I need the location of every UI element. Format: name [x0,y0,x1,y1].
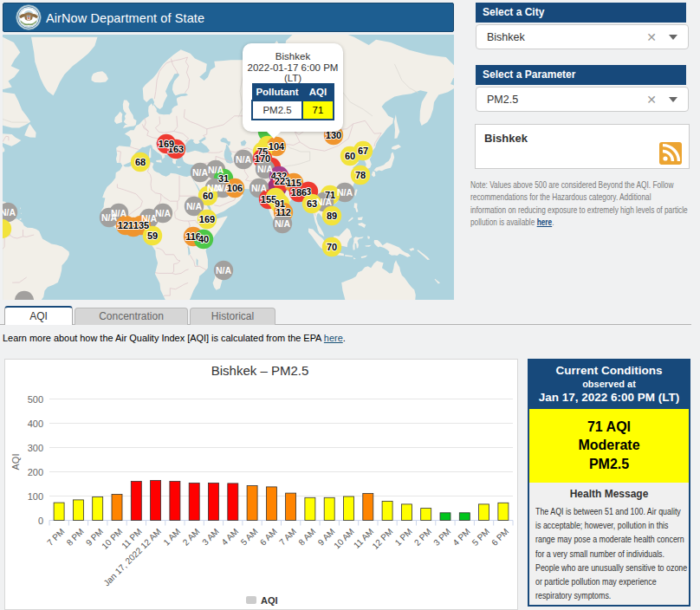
svg-text:2 AM: 2 AM [181,527,202,548]
svg-text:100: 100 [28,491,43,502]
svg-text:60: 60 [345,151,355,161]
svg-text:N/A: N/A [3,207,16,217]
svg-text:121: 121 [118,220,133,230]
svg-text:7 PM: 7 PM [45,527,66,548]
svg-text:1 AM: 1 AM [161,527,182,548]
svg-text:104: 104 [269,141,285,152]
svg-text:200: 200 [28,467,43,477]
svg-text:170: 170 [255,153,270,164]
svg-text:1 PM: 1 PM [393,527,414,548]
svg-text:63: 63 [307,198,317,209]
svg-text:N/A: N/A [337,187,353,198]
svg-text:N/A: N/A [251,183,268,193]
svg-text:7 AM: 7 AM [277,527,298,548]
svg-text:78: 78 [355,170,366,180]
svg-text:169: 169 [159,139,174,149]
svg-text:4 AM: 4 AM [219,527,240,548]
svg-text:N/A: N/A [216,265,232,276]
svg-text:3 PM: 3 PM [431,527,452,548]
svg-text:300: 300 [28,443,43,453]
svg-text:70: 70 [327,242,337,252]
svg-text:500: 500 [28,394,43,405]
svg-text:N/A: N/A [316,197,333,207]
svg-text:12 PM: 12 PM [370,527,394,551]
svg-text:40: 40 [198,234,209,244]
svg-text:68: 68 [135,157,146,167]
svg-text:Bishkek – PM2.5: Bishkek – PM2.5 [211,363,309,378]
svg-text:6 AM: 6 AM [258,527,279,548]
svg-text:5 AM: 5 AM [239,527,260,548]
svg-text:400: 400 [28,419,43,429]
svg-text:112: 112 [275,207,291,217]
svg-text:4 PM: 4 PM [450,527,471,548]
svg-text:8 PM: 8 PM [65,527,86,548]
svg-text:N/A: N/A [186,201,203,211]
svg-text:169: 169 [199,214,215,224]
svg-text:N/A: N/A [101,212,118,223]
svg-text:5 PM: 5 PM [470,527,491,548]
svg-text:10 AM: 10 AM [332,527,356,551]
svg-text:0: 0 [38,516,43,526]
svg-text:3 AM: 3 AM [200,527,221,548]
svg-text:59: 59 [147,230,158,241]
svg-text:8 AM: 8 AM [296,527,317,548]
svg-text:N/A: N/A [275,218,291,229]
svg-text:N/A: N/A [192,167,209,178]
svg-text:135: 135 [133,220,149,230]
svg-text:AQI: AQI [10,454,21,470]
svg-text:89: 89 [327,211,337,221]
svg-text:60: 60 [203,191,213,201]
svg-text:6 PM: 6 PM [489,527,510,548]
svg-text:186: 186 [291,187,307,198]
svg-text:106: 106 [227,183,243,193]
svg-text:N/A: N/A [236,154,252,165]
svg-text:67: 67 [358,146,368,156]
svg-text:10 PM: 10 PM [100,527,124,551]
svg-text:2 PM: 2 PM [412,527,433,548]
svg-text:AQI: AQI [261,595,278,606]
svg-text:N/A: N/A [155,208,172,218]
